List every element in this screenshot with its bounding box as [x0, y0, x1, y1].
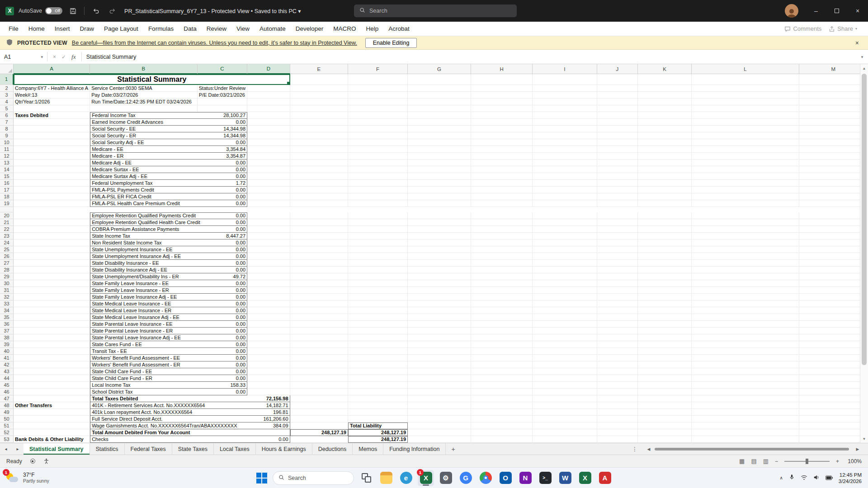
- cell[interactable]: [638, 132, 692, 139]
- sheet-tab-hours-earnings[interactable]: Hours & Earnings: [256, 443, 312, 455]
- scroll-up-icon[interactable]: ▲: [860, 64, 868, 72]
- cell[interactable]: [348, 416, 408, 422]
- cell[interactable]: [533, 348, 597, 355]
- cell[interactable]: [638, 126, 692, 132]
- cell[interactable]: [290, 328, 348, 334]
- cell[interactable]: [471, 193, 533, 200]
- cell[interactable]: [799, 280, 868, 287]
- cell[interactable]: [533, 402, 597, 409]
- cell[interactable]: [533, 389, 597, 395]
- cell[interactable]: Medicare - EE3,354.84: [90, 146, 247, 153]
- row-header-32[interactable]: 32: [0, 294, 14, 300]
- cell[interactable]: [247, 187, 290, 193]
- cell[interactable]: [14, 314, 90, 321]
- cell[interactable]: [247, 200, 290, 207]
- row-header-45[interactable]: 45: [0, 382, 14, 389]
- cell[interactable]: [471, 180, 533, 187]
- cell[interactable]: [290, 239, 348, 246]
- row-header-51[interactable]: 51: [0, 422, 14, 429]
- cell[interactable]: FMLA-PSL Health Care Premium Credit0.00: [90, 200, 247, 207]
- cell[interactable]: [290, 267, 348, 273]
- cell[interactable]: [597, 287, 638, 294]
- cell[interactable]: [14, 233, 90, 239]
- sheet-tab-deductions[interactable]: Deductions: [312, 443, 353, 455]
- cell[interactable]: [247, 139, 290, 146]
- cell[interactable]: [348, 334, 408, 341]
- cell[interactable]: [247, 328, 290, 334]
- cell[interactable]: [799, 74, 868, 85]
- cell[interactable]: [348, 287, 408, 294]
- cell[interactable]: [597, 355, 638, 361]
- cell[interactable]: [408, 193, 471, 200]
- cell[interactable]: [471, 153, 533, 160]
- cell[interactable]: [408, 126, 471, 132]
- cell[interactable]: [14, 422, 90, 429]
- cell[interactable]: [14, 246, 90, 253]
- cell[interactable]: [247, 348, 290, 355]
- row-header-18[interactable]: 18: [0, 193, 14, 200]
- cell[interactable]: [290, 321, 348, 328]
- tab-scroll-left-icon[interactable]: ◂: [0, 446, 12, 451]
- cell[interactable]: [692, 260, 799, 267]
- normal-view-icon[interactable]: ▦: [739, 458, 745, 465]
- cell[interactable]: [471, 187, 533, 193]
- horizontal-scrollbar[interactable]: ◀ ▶: [646, 446, 861, 453]
- cell[interactable]: [247, 280, 290, 287]
- cell[interactable]: [533, 99, 597, 105]
- cell[interactable]: [533, 233, 597, 239]
- zoom-slider[interactable]: [784, 461, 830, 462]
- select-all-corner[interactable]: [0, 64, 14, 74]
- cell[interactable]: [290, 126, 348, 132]
- cell[interactable]: [290, 422, 348, 429]
- cell[interactable]: [247, 375, 290, 382]
- page-layout-view-icon[interactable]: ▤: [751, 458, 756, 465]
- cell[interactable]: Medicare - ER3,354.87: [90, 153, 247, 160]
- enable-editing-button[interactable]: Enable Editing: [365, 38, 417, 48]
- cell[interactable]: [247, 146, 290, 153]
- row-header-20[interactable]: 20: [0, 212, 14, 219]
- spreadsheet-grid[interactable]: ABCDEFGHIJKLM1Statistical Summary2Compan…: [0, 64, 868, 443]
- cell[interactable]: [14, 307, 90, 314]
- cell[interactable]: [471, 132, 533, 139]
- cell[interactable]: [14, 119, 90, 126]
- tab-scroll-right-icon[interactable]: ▸: [12, 446, 24, 451]
- cell[interactable]: [799, 112, 868, 119]
- cell[interactable]: [348, 132, 408, 139]
- cell[interactable]: [348, 361, 408, 368]
- cell[interactable]: [408, 200, 471, 207]
- cell[interactable]: Total Taxes Debited72,156.98: [90, 395, 290, 402]
- cell[interactable]: [408, 92, 471, 99]
- row-header-2[interactable]: 2: [0, 85, 14, 92]
- cell[interactable]: [14, 173, 90, 180]
- cell[interactable]: [348, 375, 408, 382]
- cell[interactable]: [408, 375, 471, 382]
- cell[interactable]: [533, 187, 597, 193]
- cell[interactable]: [247, 212, 290, 219]
- cell[interactable]: [471, 233, 533, 239]
- cell[interactable]: [692, 280, 799, 287]
- cell[interactable]: Qtr/Year:1/2026: [14, 99, 90, 105]
- cell[interactable]: Full Service Direct Deposit Acct.161,206…: [90, 416, 290, 422]
- cell[interactable]: [799, 267, 868, 273]
- cell[interactable]: [692, 126, 799, 132]
- tab-options-icon[interactable]: ⋮: [632, 446, 637, 452]
- cell[interactable]: Transit Tax - EE0.00: [90, 348, 247, 355]
- cell[interactable]: [597, 334, 638, 341]
- close-button[interactable]: ×: [847, 0, 868, 22]
- column-header-D[interactable]: D: [247, 64, 290, 74]
- cell[interactable]: State Parental Leave Insurance - ER0.00: [90, 328, 247, 334]
- cell[interactable]: [533, 280, 597, 287]
- cell[interactable]: [408, 436, 471, 443]
- cell[interactable]: [597, 226, 638, 233]
- page-break-view-icon[interactable]: ▥: [763, 458, 769, 465]
- cell[interactable]: [692, 193, 799, 200]
- cell[interactable]: [290, 219, 348, 226]
- column-header-L[interactable]: L: [692, 64, 799, 74]
- cell[interactable]: [597, 429, 638, 436]
- cell[interactable]: P/E Date:03/21/2026: [198, 92, 247, 99]
- cell[interactable]: [290, 355, 348, 361]
- cell[interactable]: [597, 253, 638, 260]
- cell[interactable]: [597, 348, 638, 355]
- cell[interactable]: [14, 200, 90, 207]
- cell[interactable]: [692, 160, 799, 166]
